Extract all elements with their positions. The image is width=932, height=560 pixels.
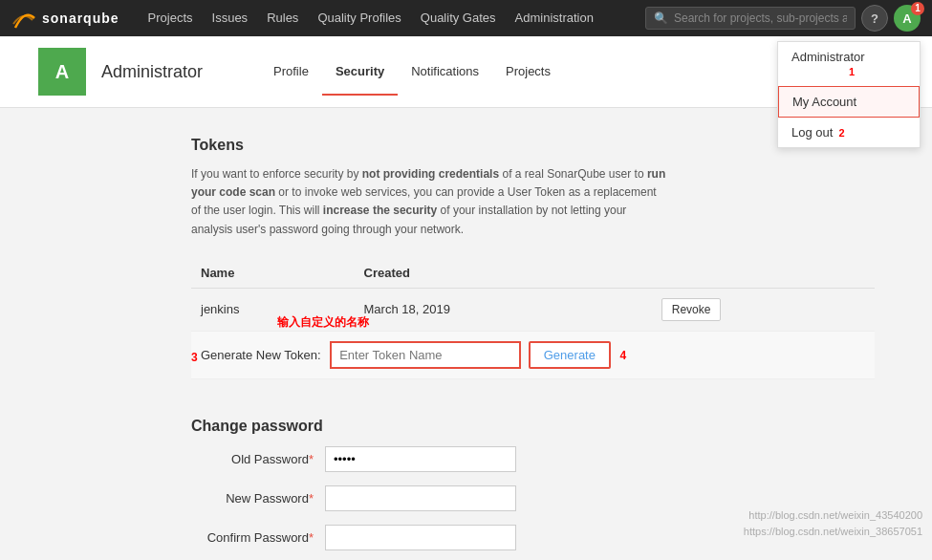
notification-badge: 1 <box>911 2 924 15</box>
watermark: http://blog.csdn.net/weixin_43540200 htt… <box>744 507 922 541</box>
dropdown-admin-label: Administrator 1 <box>778 42 920 86</box>
user-avatar-button[interactable]: A 1 <box>894 5 921 32</box>
generate-token-row: 输入自定义的名称 3 Generate New Token: Generate … <box>191 331 875 378</box>
nav-projects[interactable]: Projects <box>139 0 203 36</box>
token-actions: Revoke <box>652 288 875 331</box>
token-name-input[interactable] <box>330 341 521 369</box>
search-icon: 🔍 <box>654 11 668 25</box>
required-mark: * <box>309 452 314 466</box>
generate-label: Generate New Token: <box>201 348 321 362</box>
tokens-title: Tokens <box>191 137 875 154</box>
tab-profile[interactable]: Profile <box>260 49 322 96</box>
badge-2: 2 <box>838 127 844 139</box>
nav-links: Projects Issues Rules Quality Profiles Q… <box>139 0 603 36</box>
search-input[interactable] <box>674 11 847 25</box>
tab-notifications[interactable]: Notifications <box>398 49 492 96</box>
col-created: Created <box>355 258 652 289</box>
annotation-text: 输入自定义的名称 <box>277 314 369 331</box>
col-name: Name <box>191 258 355 289</box>
search-box: 🔍 <box>645 7 856 30</box>
profile-tabs: Profile Security Notifications Projects <box>260 49 564 96</box>
help-button[interactable]: ? <box>861 5 888 32</box>
sonarqube-logo <box>11 5 38 32</box>
new-password-label: New Password* <box>191 491 325 506</box>
new-password-input[interactable] <box>325 485 516 511</box>
nav-issues[interactable]: Issues <box>203 0 258 36</box>
annotation-4: 4 <box>620 349 627 362</box>
old-password-group: Old Password* <box>191 446 875 472</box>
required-mark-2: * <box>309 491 314 506</box>
avatar: A <box>38 48 86 96</box>
nav-quality-profiles[interactable]: Quality Profiles <box>308 0 410 36</box>
confirm-password-input[interactable] <box>325 525 516 550</box>
tokens-description: If you want to enforce security by not p… <box>191 165 669 239</box>
user-dropdown-menu: Administrator 1 My Account Log out 2 <box>777 41 921 148</box>
nav-administration[interactable]: Administration <box>506 0 603 36</box>
tab-projects[interactable]: Projects <box>492 49 564 96</box>
tokens-section: Tokens If you want to enforce security b… <box>191 137 875 379</box>
annotation-3: 3 <box>191 351 198 364</box>
generate-token-cell: 输入自定义的名称 3 Generate New Token: Generate … <box>191 331 875 378</box>
old-password-label: Old Password* <box>191 452 325 466</box>
token-created: March 18, 2019 <box>355 288 652 331</box>
tokens-table: Name Created jenkins March 18, 2019 Revo… <box>191 258 875 379</box>
badge-1: 1 <box>849 66 855 77</box>
navbar: sonarqube Projects Issues Rules Quality … <box>0 0 932 36</box>
nav-quality-gates[interactable]: Quality Gates <box>411 0 506 36</box>
tab-security[interactable]: Security <box>322 49 398 96</box>
dropdown-logout[interactable]: Log out 2 <box>778 118 920 147</box>
change-password-title: Change password <box>191 418 875 435</box>
user-menu-wrapper: A 1 Administrator 1 My Account Log out 2 <box>894 5 921 32</box>
generate-button[interactable]: Generate <box>529 341 611 369</box>
old-password-input[interactable] <box>325 446 516 472</box>
navbar-right: 🔍 ? A 1 Administrator 1 My Account Log o… <box>645 5 921 32</box>
revoke-button[interactable]: Revoke <box>661 298 722 321</box>
confirm-password-label: Confirm Password* <box>191 530 325 545</box>
profile-username: Administrator <box>101 62 203 82</box>
col-actions <box>652 258 875 289</box>
main-content: Tokens If you want to enforce security b… <box>0 108 932 560</box>
brand: sonarqube <box>11 5 119 32</box>
brand-name: sonarqube <box>42 11 119 26</box>
dropdown-my-account[interactable]: My Account <box>778 86 920 118</box>
nav-rules[interactable]: Rules <box>257 0 308 36</box>
required-mark-3: * <box>309 530 314 545</box>
